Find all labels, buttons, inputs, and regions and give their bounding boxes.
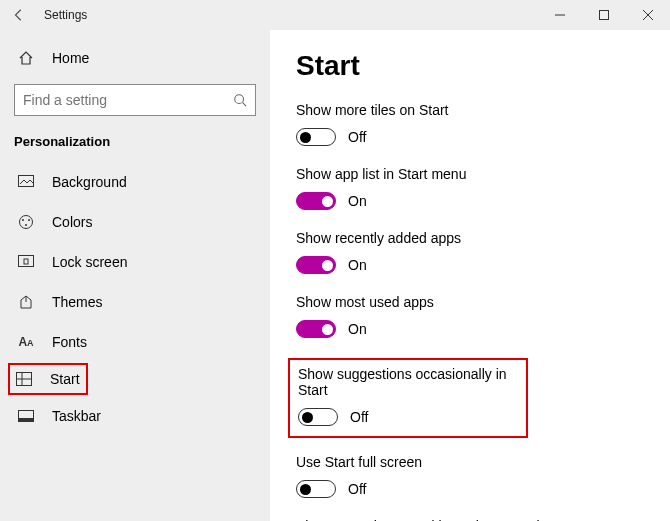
palette-icon	[16, 214, 36, 230]
start-icon	[14, 372, 34, 386]
nav-home-label: Home	[52, 50, 89, 66]
toggle-state: On	[348, 257, 367, 273]
content: Start Show more tiles on Start Off Show …	[270, 30, 670, 521]
svg-rect-1	[600, 11, 609, 20]
setting-title: Show suggestions occasionally in Start	[298, 366, 518, 398]
titlebar: Settings	[0, 0, 670, 30]
nav-lockscreen[interactable]: Lock screen	[10, 243, 260, 281]
toggle-state: On	[348, 193, 367, 209]
setting-recently-added: Show recently added apps On	[296, 230, 644, 274]
setting-more-tiles: Show more tiles on Start Off	[296, 102, 644, 146]
svg-line-3	[243, 103, 247, 107]
close-icon	[643, 10, 653, 20]
nav-list: Background Colors Lock screen Themes AA …	[10, 163, 260, 435]
setting-title: Show app list in Start menu	[296, 166, 644, 182]
setting-title: Show more tiles on Start	[296, 102, 644, 118]
svg-rect-10	[24, 259, 28, 264]
sidebar: Home Personalization Background Colors L…	[0, 30, 270, 521]
setting-fullscreen: Use Start full screen Off	[296, 454, 644, 498]
setting-suggestions: Show suggestions occasionally in Start O…	[298, 366, 518, 426]
fonts-icon: AA	[16, 335, 36, 349]
toggle-most-used[interactable]	[296, 320, 336, 338]
toggle-state: On	[348, 321, 367, 337]
nav-label: Colors	[52, 214, 92, 230]
maximize-button[interactable]	[582, 0, 626, 30]
close-button[interactable]	[626, 0, 670, 30]
arrow-left-icon	[12, 8, 26, 22]
window-controls	[538, 0, 670, 30]
toggle-state: Off	[348, 129, 366, 145]
svg-point-5	[20, 216, 33, 229]
svg-point-7	[28, 219, 30, 221]
sidebar-category: Personalization	[14, 134, 260, 149]
nav-label: Background	[52, 174, 127, 190]
lockscreen-icon	[16, 255, 36, 269]
nav-colors[interactable]: Colors	[10, 203, 260, 241]
image-icon	[16, 175, 36, 189]
setting-title: Show recently added apps	[296, 230, 644, 246]
maximize-icon	[599, 10, 609, 20]
taskbar-icon	[16, 410, 36, 422]
setting-most-used: Show most used apps On	[296, 294, 644, 338]
toggle-app-list[interactable]	[296, 192, 336, 210]
nav-label: Lock screen	[52, 254, 127, 270]
app-title: Settings	[44, 8, 87, 22]
svg-rect-15	[19, 418, 34, 422]
home-icon	[16, 50, 36, 66]
toggle-recently-added[interactable]	[296, 256, 336, 274]
setting-title: Show most used apps	[296, 294, 644, 310]
nav-label: Start	[50, 371, 80, 387]
themes-icon	[16, 294, 36, 310]
page-heading: Start	[296, 50, 644, 82]
svg-point-6	[22, 219, 24, 221]
search-input[interactable]	[23, 92, 233, 108]
toggle-suggestions[interactable]	[298, 408, 338, 426]
nav-background[interactable]: Background	[10, 163, 260, 201]
toggle-state: Off	[348, 481, 366, 497]
svg-point-2	[235, 95, 244, 104]
toggle-more-tiles[interactable]	[296, 128, 336, 146]
toggle-fullscreen[interactable]	[296, 480, 336, 498]
search-input-wrapper[interactable]	[14, 84, 256, 116]
setting-app-list: Show app list in Start menu On	[296, 166, 644, 210]
highlighted-setting: Show suggestions occasionally in Start O…	[288, 358, 528, 438]
nav-taskbar[interactable]: Taskbar	[10, 397, 260, 435]
search-icon	[233, 93, 247, 107]
toggle-state: Off	[350, 409, 368, 425]
nav-label: Taskbar	[52, 408, 101, 424]
nav-themes[interactable]: Themes	[10, 283, 260, 321]
svg-point-8	[25, 224, 27, 226]
svg-rect-9	[19, 256, 34, 267]
nav-label: Fonts	[52, 334, 87, 350]
nav-home[interactable]: Home	[10, 44, 260, 72]
back-button[interactable]	[8, 4, 30, 26]
setting-title: Use Start full screen	[296, 454, 644, 470]
nav-label: Themes	[52, 294, 103, 310]
minimize-button[interactable]	[538, 0, 582, 30]
nav-fonts[interactable]: AA Fonts	[10, 323, 260, 361]
nav-start[interactable]: Start	[8, 363, 88, 395]
minimize-icon	[555, 10, 565, 20]
